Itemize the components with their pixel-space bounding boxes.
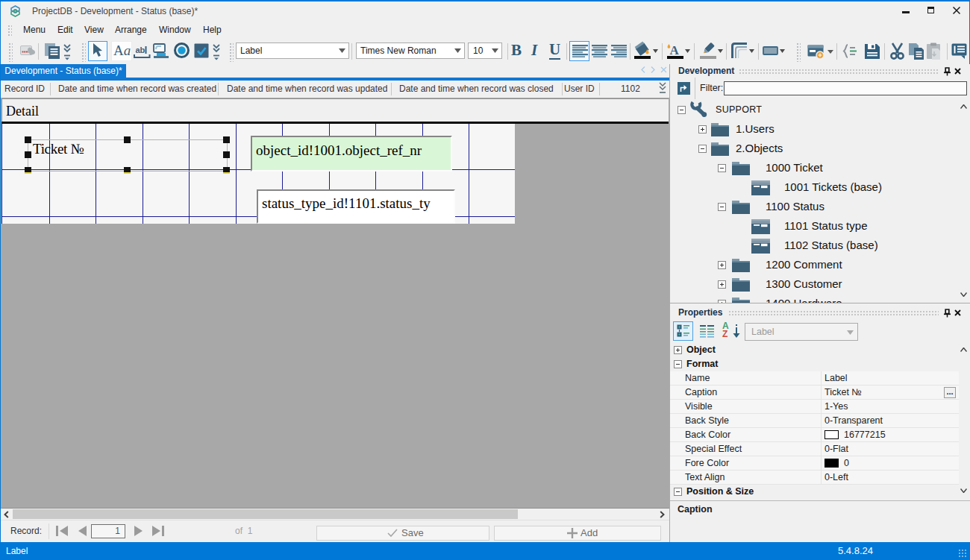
- svg-text:A: A: [670, 43, 680, 57]
- svg-text:ab: ab: [136, 45, 146, 54]
